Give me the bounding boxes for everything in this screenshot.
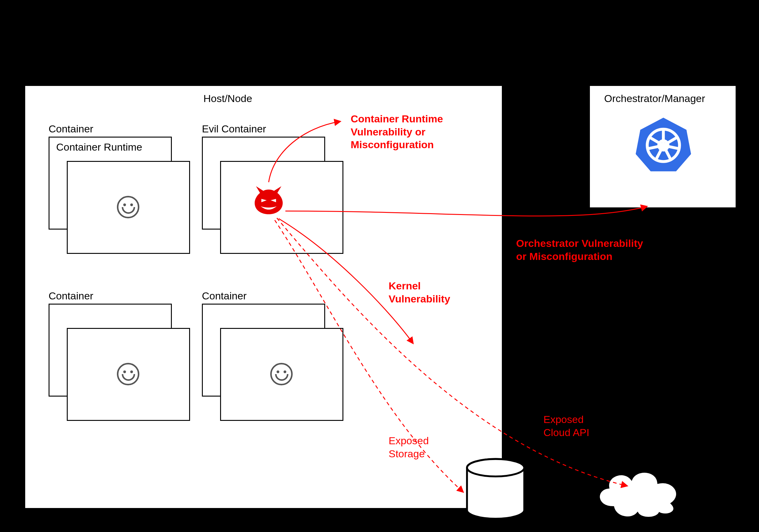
smiley-icon — [270, 363, 293, 385]
container-label-bl: Container — [49, 290, 93, 302]
container-label-evil: Evil Container — [202, 123, 266, 135]
threat-storage: Exposed Storage — [389, 434, 429, 460]
kubernetes-icon — [634, 115, 692, 173]
svg-point-11 — [467, 459, 524, 476]
threat-kernel: Kernel Vulnerability — [389, 279, 450, 305]
container-label-tl: Container — [49, 123, 93, 135]
threat-runtime: Container Runtime Vulnerability or Misco… — [351, 112, 443, 151]
threat-orchestrator: Orchestrator Vulnerability or Misconfigu… — [516, 237, 643, 263]
threat-cloud: Exposed Cloud API — [543, 413, 589, 439]
orchestrator-title: Orchestrator/Manager — [604, 93, 705, 104]
devil-icon — [252, 182, 285, 216]
container-label-br: Container — [202, 290, 247, 302]
diagram-canvas: Host/Node Orchestrator/Manager Container… — [0, 0, 759, 532]
smiley-icon — [117, 363, 140, 385]
cloud-icon — [587, 459, 688, 519]
container-runtime-label: Container Runtime — [56, 141, 142, 153]
smiley-icon — [117, 196, 140, 218]
host-title: Host/Node — [203, 93, 252, 104]
storage-icon — [464, 457, 527, 521]
